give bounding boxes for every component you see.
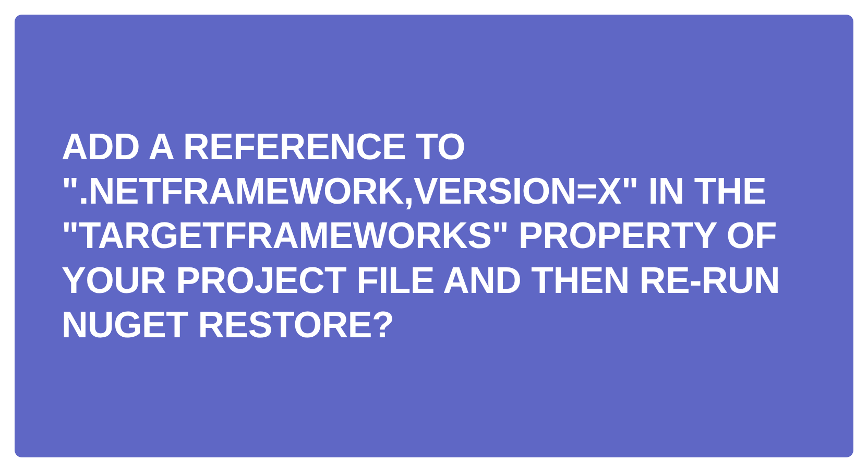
card-message: ADD A REFERENCE TO ".NETFRAMEWORK,VERSIO… <box>62 125 806 348</box>
info-card: ADD A REFERENCE TO ".NETFRAMEWORK,VERSIO… <box>15 15 853 457</box>
